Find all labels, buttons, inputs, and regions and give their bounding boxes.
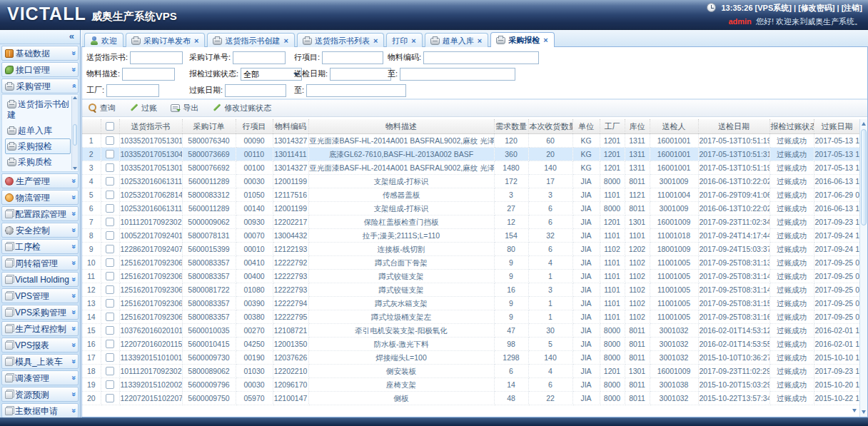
column-header-inspection_date[interactable]: 送检日期 — [698, 119, 769, 134]
line-item-input[interactable] — [322, 51, 383, 64]
sidebar-item-config-track-mgmt[interactable]: 配置跟踪管理» — [1, 206, 79, 221]
table-row[interactable]: 1212516201709230658000817220108012222793… — [82, 283, 860, 297]
table-row[interactable]: 210335201705130458000736690011013011411底… — [82, 148, 860, 161]
row-checkbox[interactable] — [106, 245, 114, 253]
secondary-scroll-down-icon[interactable] — [852, 409, 857, 412]
tab-po-publish[interactable]: 采购订单发布× — [126, 33, 205, 48]
row-checkbox[interactable] — [106, 367, 114, 375]
row-checkbox[interactable] — [106, 204, 114, 213]
scroll-down-icon[interactable] — [862, 410, 866, 414]
sidebar-item-base-data[interactable]: 基础数据» — [1, 46, 79, 61]
table-row[interactable]: 1810111201709230258000890620103012202210… — [82, 365, 860, 378]
table-row[interactable]: 110335201705130158000763400009013014327亚… — [82, 134, 860, 148]
sidebar-item-vps-mgmt[interactable]: VPS管理» — [1, 288, 79, 303]
sidebar-item-interface-mgmt[interactable]: 接口管理» — [1, 62, 79, 77]
tab-welcome[interactable]: 欢迎 — [84, 33, 123, 48]
close-icon[interactable]: × — [194, 36, 198, 45]
submenu-scrollbar[interactable] — [71, 96, 78, 170]
delivery-note-input[interactable] — [130, 51, 183, 64]
posting-button[interactable]: 过账 — [129, 102, 157, 114]
table-row[interactable]: 1510376201602010156000100350027012108721… — [82, 324, 860, 338]
column-header-received_qty[interactable]: 本次收货数量 — [528, 119, 572, 134]
po-number-input[interactable] — [233, 51, 286, 64]
row-checkbox[interactable] — [106, 231, 114, 240]
row-checkbox[interactable] — [106, 394, 114, 402]
row-checkbox[interactable] — [106, 218, 114, 226]
close-icon[interactable]: × — [283, 36, 288, 45]
sidebar-item-resource-forecast[interactable]: 资源预测» — [1, 387, 79, 402]
table-row[interactable]: 1012516201709230658000833570041012222792… — [82, 256, 860, 270]
row-checkbox[interactable] — [106, 163, 114, 172]
sidebar-item-victall-holding[interactable]: Victall Holding» — [1, 272, 79, 287]
row-checkbox[interactable] — [106, 258, 114, 267]
sidebar-item-paint-mgmt[interactable]: 调漆管理» — [1, 370, 79, 385]
column-header-factory[interactable]: 工厂 — [600, 119, 625, 134]
vertical-scrollbar[interactable] — [859, 119, 867, 417]
table-row[interactable]: 1612207201602011556000104150425012001350… — [82, 338, 860, 351]
column-header-inspector[interactable]: 送检人 — [650, 119, 698, 134]
column-header-posting_date[interactable]: 过账日期 — [814, 119, 860, 134]
table-row[interactable]: 410253201606131156000112890003012001199支… — [82, 175, 860, 188]
sidebar-item-production-process-control[interactable]: 生产过程控制» — [1, 321, 79, 336]
sidebar-item-process-inspection[interactable]: 工序检» — [1, 239, 79, 254]
scroll-down-icon[interactable] — [73, 167, 77, 170]
tab-over-order-inbound[interactable]: 超单入库× — [425, 33, 488, 48]
table-row[interactable]: 912286201709240756000153990001012122193连… — [82, 243, 860, 256]
row-checkbox[interactable] — [106, 299, 114, 308]
scroll-up-icon[interactable] — [862, 122, 866, 126]
close-icon[interactable]: × — [543, 36, 547, 44]
row-checkbox[interactable] — [106, 313, 114, 321]
query-button[interactable]: 查询 — [88, 102, 116, 114]
row-checkbox[interactable] — [106, 177, 114, 186]
close-icon[interactable]: × — [411, 36, 415, 45]
sidebar-item-turnover-box-mgmt[interactable]: 周转箱管理» — [1, 255, 79, 270]
tab-delivery-note-list[interactable]: 送货指示书列表× — [297, 33, 384, 48]
tab-purchase-inspection[interactable]: 采购报检× — [490, 32, 554, 48]
row-checkbox[interactable] — [106, 380, 114, 389]
table-row[interactable]: 610253201606131156000112890014012001199支… — [82, 202, 860, 215]
posting-date-from-input[interactable] — [225, 84, 286, 97]
sidebar-item-master-data-apply[interactable]: 主数据申请» — [1, 403, 79, 418]
column-header-unit[interactable]: 单位 — [572, 119, 600, 134]
table-row[interactable]: 1312516201709230658000833570039012222794… — [82, 297, 860, 310]
table-row[interactable]: 710111201709230250000090620093012202217保… — [82, 215, 860, 229]
scroll-up-icon[interactable] — [73, 96, 77, 99]
sidebar-collapse-bar[interactable]: « — [0, 30, 80, 44]
sidebar-item-logistics-mgmt[interactable]: 物流管理» — [1, 190, 79, 205]
sidebar-item-purchase-mgmt[interactable]: 采购管理» — [1, 78, 79, 93]
table-row[interactable]: 510253201706281458000833120105012117516传… — [82, 188, 860, 202]
tab-print[interactable]: 打印× — [386, 33, 422, 48]
table-row[interactable]: 1112516201709230658000833570040012222793… — [82, 270, 860, 283]
table-row[interactable]: 1412516201709230658000833570038012222795… — [82, 310, 860, 324]
column-header-demand_qty[interactable]: 需求数量 — [494, 119, 528, 134]
material-code-input[interactable] — [423, 51, 539, 64]
row-checkbox[interactable] — [106, 340, 114, 348]
submenu-item-purchase-quality[interactable]: 采购质检 — [5, 154, 71, 170]
row-checkbox[interactable] — [106, 353, 114, 362]
collapse-icon[interactable]: « — [69, 31, 74, 41]
sidebar-item-production-mgmt[interactable]: 生产管理» — [1, 173, 79, 188]
row-checkbox[interactable] — [106, 136, 114, 145]
submenu-item-delivery-note-create[interactable]: 送货指示书创建 — [5, 96, 71, 123]
column-header-line_item[interactable]: 行项目 — [236, 119, 273, 134]
submenu-item-purchase-inspection[interactable]: 采购报检 — [5, 138, 71, 154]
inspection-date-from-input[interactable] — [330, 68, 391, 81]
inspection-date-to-input[interactable] — [400, 68, 515, 81]
row-checkbox[interactable] — [106, 285, 114, 294]
column-header-po[interactable]: 采购订单 — [182, 119, 236, 134]
table-row[interactable]: 810052201709240158000781310007013004432拉… — [82, 229, 860, 243]
link-change-password[interactable]: [修改密码] — [798, 4, 834, 12]
row-checkbox[interactable] — [106, 150, 114, 158]
column-header-material_desc[interactable]: 物料描述 — [308, 119, 494, 134]
table-row[interactable]: 2012207201510220756000097500597012100147… — [82, 392, 860, 405]
table-row[interactable]: 1711339201510100156000097300019012037626… — [82, 351, 860, 365]
sidebar-item-security-control[interactable]: 安全控制» — [1, 223, 79, 238]
column-header-storage_loc[interactable]: 库位 — [625, 119, 650, 134]
table-row[interactable]: 310335201705130158000766920010013014327亚… — [82, 161, 860, 175]
submenu-item-over-order-inbound[interactable]: 超单入库 — [5, 123, 71, 138]
material-desc-input[interactable] — [122, 68, 175, 81]
posting-date-to-input[interactable] — [306, 84, 406, 97]
select-all-checkbox[interactable] — [106, 122, 114, 131]
scrollbar-thumb[interactable] — [73, 124, 77, 146]
column-header-posting_status[interactable]: 报检过账状态 — [769, 119, 814, 134]
